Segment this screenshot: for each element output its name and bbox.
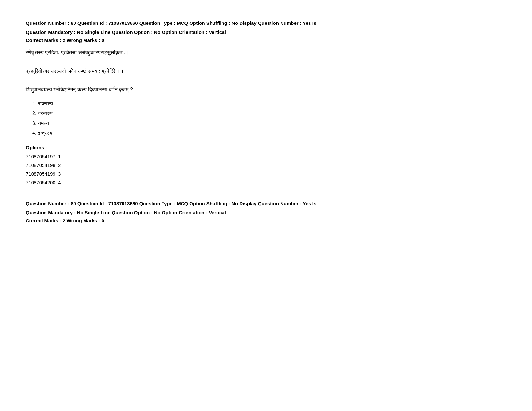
option-3-q1: 3. यमस्य [32, 119, 506, 128]
question-text-q1: रणेषु तस्य प्रहिताः प्रचेतसा सरोषहुंकारप… [26, 48, 506, 94]
meta-text-line2-q2: Question Mandatory : No Single Line Ques… [26, 210, 226, 215]
options-ids-q1: 71087054197. 1 71087054198. 2 7108705419… [26, 152, 506, 187]
option-1-q1: 1. रावणस्य [32, 99, 506, 109]
marks-q1: Correct Marks : 2 Wrong Marks : 0 [26, 37, 506, 43]
option-4-q1: 4. इन्द्रस्य [32, 128, 506, 138]
text-line1-q1: रणेषु तस्य प्रहिताः प्रचेतसा सरोषहुंकारप… [26, 48, 506, 57]
marks-text-q1: Correct Marks : 2 Wrong Marks : 0 [26, 37, 104, 43]
options-label-q1: Options : [26, 145, 506, 150]
opt-id-2-q1: 71087054198. 2 [26, 161, 506, 170]
marks-q2: Correct Marks : 2 Wrong Marks : 0 [26, 218, 506, 223]
option-2-q1: 2. वरुणस्य [32, 109, 506, 118]
opt-id-4-q1: 71087054200. 4 [26, 178, 506, 187]
text-line3-q1: शिशुपालवधस्य श्लोकेऽस्मिन् कस्य दिक्पालस… [26, 85, 506, 94]
answer-options-q1: 1. रावणस्य 2. वरुणस्य 3. यमस्य 4. इन्द्र… [26, 99, 506, 138]
text-line2-q1: प्रहर्तुरेवोरगराजरञ्जवो जवेन कण्ठं सभयाः… [26, 67, 506, 76]
meta-line2-q1: Question Mandatory : No Single Line Ques… [26, 28, 506, 36]
question-block-2: Question Number : 80 Question Id : 71087… [26, 200, 506, 223]
marks-text-q2: Correct Marks : 2 Wrong Marks : 0 [26, 218, 104, 223]
opt-id-3-q1: 71087054199. 3 [26, 170, 506, 178]
opt-id-1-q1: 71087054197. 1 [26, 152, 506, 161]
meta-text-line1-q2: Question Number : 80 Question Id : 71087… [26, 201, 316, 206]
meta-text-line2-q1: Question Mandatory : No Single Line Ques… [26, 29, 226, 35]
meta-text-line1-q1: Question Number : 80 Question Id : 71087… [26, 20, 316, 26]
meta-line1-q2: Question Number : 80 Question Id : 71087… [26, 200, 506, 208]
meta-line1-q1: Question Number : 80 Question Id : 71087… [26, 19, 506, 27]
meta-line2-q2: Question Mandatory : No Single Line Ques… [26, 209, 506, 217]
question-block-1: Question Number : 80 Question Id : 71087… [26, 19, 506, 187]
